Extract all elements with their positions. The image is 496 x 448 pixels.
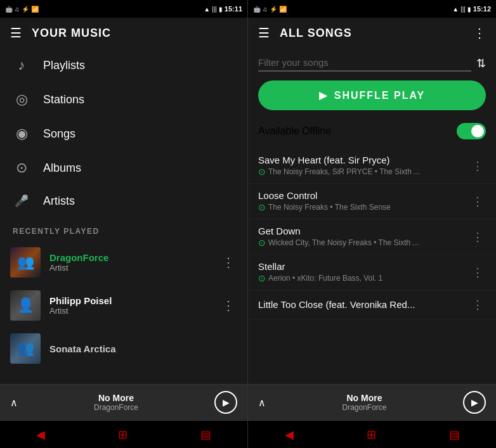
music-note-icon: ♪ <box>13 57 30 74</box>
song-title-4: Little Too Close (feat. Veronika Red... <box>258 299 464 310</box>
dragonforce-info: DragonForce Artist <box>49 252 211 272</box>
shuffle-play-button[interactable]: ▶ SHUFFLE PLAY <box>258 80 486 110</box>
nav-label-artists: Artists <box>43 195 75 208</box>
song-more-2[interactable]: ⋮ <box>469 229 486 245</box>
spotify-icon-r: ♫ <box>263 6 268 13</box>
recent-item-philipp[interactable]: 👤 Philipp Poisel Artist ⋮ <box>0 284 247 327</box>
song-more-1[interactable]: ⋮ <box>469 193 486 210</box>
filter-bar: ⇅ <box>248 48 496 78</box>
hamburger-menu-left[interactable]: ☰ <box>10 25 22 41</box>
signal-icon-r: 📶 <box>279 6 287 13</box>
nav-item-songs[interactable]: ◉ Songs <box>0 117 247 151</box>
right-status-icons-left: ▲ ||| ▮ 15:11 <box>204 5 242 13</box>
play-triangle-icon: ▶ <box>319 89 328 101</box>
song-title-2: Get Down <box>258 226 464 236</box>
recent-item-dragonforce[interactable]: 👥 DragonForce Artist ⋮ <box>0 241 247 284</box>
song-item-2[interactable]: Get Down ⊙ Wicked City, The Noisy Freaks… <box>248 219 496 255</box>
signal-bars: ||| <box>212 6 217 13</box>
song-more-3[interactable]: ⋮ <box>469 264 486 281</box>
filter-input[interactable] <box>258 54 471 72</box>
philipp-more[interactable]: ⋮ <box>219 295 237 316</box>
song-more-0[interactable]: ⋮ <box>469 158 486 174</box>
play-button-right[interactable]: ▶ <box>463 391 486 414</box>
recents-button-left[interactable]: ▤ <box>200 428 211 442</box>
player-artist-left: DragonForce <box>25 403 207 412</box>
song-meta-0: ⊙ The Noisy Freaks, SiR PRYCE • The Sixt… <box>258 167 464 177</box>
band-image: 👥 <box>10 247 41 278</box>
recently-played-label: RECENTLY PLAYED <box>0 217 247 241</box>
battery-icon: ▮ <box>219 6 223 13</box>
philipp-name: Philipp Poisel <box>49 295 211 306</box>
sonata-name: Sonata Arctica <box>49 343 237 354</box>
philipp-image: 👤 <box>10 290 41 321</box>
offline-toggle[interactable] <box>457 123 486 139</box>
nav-label-songs: Songs <box>43 127 75 141</box>
song-meta-3: ⊙ Aerion • xKito: Future Bass, Vol. 1 <box>258 273 464 283</box>
home-button-right[interactable]: ⊞ <box>367 428 376 442</box>
disc-icon: ◉ <box>13 125 30 142</box>
sonata-thumbnail: 👥 <box>10 333 41 364</box>
song-meta-2: ⊙ Wicked City, The Noisy Freaks • The Si… <box>258 238 464 248</box>
sort-icon[interactable]: ⇅ <box>476 56 486 70</box>
song-meta-1: ⊙ The Noisy Freaks • The Sixth Sense <box>258 202 464 212</box>
right-status-icons-left2: 🤖 ♫ ⚡ 📶 <box>253 6 287 13</box>
nav-label-playlists: Playlists <box>43 59 85 72</box>
page-title-left: YOUR MUSIC <box>32 27 111 40</box>
song-item-1[interactable]: Loose Control ⊙ The Noisy Freaks • The S… <box>248 184 496 219</box>
player-info-right: No More DragonForce <box>273 393 455 412</box>
sonata-image: 👥 <box>10 333 41 364</box>
offline-label: Available Offline <box>258 125 331 137</box>
song-info-1: Loose Control ⊙ The Noisy Freaks • The S… <box>258 190 464 212</box>
nav-item-playlists[interactable]: ♪ Playlists <box>0 48 247 82</box>
recents-button-right[interactable]: ▤ <box>449 428 460 442</box>
back-button-right[interactable]: ◀ <box>285 428 294 442</box>
nav-label-albums: Albums <box>43 162 81 175</box>
player-info-left: No More DragonForce <box>25 393 207 412</box>
bottom-player-left: ∧ No More DragonForce ▶ <box>0 384 247 420</box>
page-title-right: ALL SONGS <box>280 27 352 40</box>
play-button-left[interactable]: ▶ <box>214 391 237 414</box>
player-artist-right: DragonForce <box>273 403 455 412</box>
song-item-4[interactable]: Little Too Close (feat. Veronika Red... … <box>248 290 496 320</box>
player-track-right: No More <box>273 393 455 403</box>
radio-icon: ◎ <box>13 91 30 108</box>
usb-icon-r: ⚡ <box>270 6 277 13</box>
song-list: Save My Heart (feat. Sir Pryce) ⊙ The No… <box>248 148 496 384</box>
nav-item-albums[interactable]: ⊙ Albums <box>0 151 247 185</box>
wifi-icon-r: ▲ <box>452 6 459 13</box>
dragonforce-thumbnail: 👥 <box>10 247 41 278</box>
offline-row: Available Offline <box>248 118 496 148</box>
song-info-4: Little Too Close (feat. Veronika Red... <box>258 299 464 311</box>
back-button-left[interactable]: ◀ <box>36 428 45 442</box>
bottom-nav-left: ◀ ⊞ ▤ <box>0 420 247 448</box>
android-icon: 🤖 <box>5 6 13 13</box>
time-right: 15:12 <box>473 5 491 13</box>
left-panel: 🤖 ♫ ⚡ 📶 ▲ ||| ▮ 15:11 ☰ YOUR MUSIC ♪ Pla… <box>0 0 248 448</box>
song-item-0[interactable]: Save My Heart (feat. Sir Pryce) ⊙ The No… <box>248 148 496 184</box>
dragonforce-sub: Artist <box>49 263 211 272</box>
right-header: ☰ ALL SONGS ⋮ <box>248 18 496 48</box>
song-title-1: Loose Control <box>258 190 464 201</box>
player-expand-left[interactable]: ∧ <box>10 397 18 409</box>
album-icon: ⊙ <box>13 160 30 176</box>
player-expand-right[interactable]: ∧ <box>258 397 266 409</box>
philipp-info: Philipp Poisel Artist <box>49 295 211 316</box>
song-more-4[interactable]: ⋮ <box>469 297 486 313</box>
dragonforce-name: DragonForce <box>49 252 211 263</box>
download-icon-0: ⊙ <box>258 167 266 177</box>
signal-bars-r: ||| <box>460 6 466 13</box>
player-track-left: No More <box>25 393 207 403</box>
right-status-meta: ▲ ||| ▮ 15:12 <box>452 5 491 13</box>
download-icon-2: ⊙ <box>258 238 266 248</box>
nav-item-stations[interactable]: ◎ Stations <box>0 82 247 117</box>
bottom-nav-right: ◀ ⊞ ▤ <box>248 420 496 448</box>
download-icon-1: ⊙ <box>258 202 266 212</box>
mic-icon: 🎤 <box>13 194 30 208</box>
nav-item-artists[interactable]: 🎤 Artists <box>0 185 247 217</box>
song-item-3[interactable]: Stellar ⊙ Aerion • xKito: Future Bass, V… <box>248 255 496 290</box>
home-button-left[interactable]: ⊞ <box>118 428 127 442</box>
more-options-right[interactable]: ⋮ <box>473 25 486 41</box>
hamburger-menu-right[interactable]: ☰ <box>258 25 270 41</box>
recent-item-sonata[interactable]: 👥 Sonata Arctica <box>0 327 247 370</box>
dragonforce-more[interactable]: ⋮ <box>219 252 237 272</box>
